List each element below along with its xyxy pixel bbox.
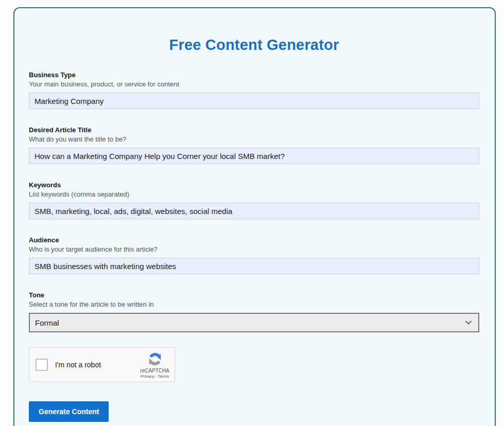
audience-label: Audience — [29, 236, 479, 244]
business-type-group: Business Type Your main business, produc… — [29, 71, 479, 109]
keywords-label: Keywords — [29, 181, 479, 189]
page-title: Free Content Generator — [29, 37, 479, 52]
generate-content-button[interactable]: Generate Content — [29, 401, 109, 422]
article-title-label: Desired Article Title — [29, 126, 479, 134]
audience-group: Audience Who is your target audience for… — [29, 236, 479, 274]
recaptcha-links: Privacy - Terms — [141, 375, 169, 379]
article-title-description: What do you want the title to be? — [29, 135, 479, 144]
recaptcha-brand-name: reCAPTCHA — [140, 368, 169, 374]
recaptcha-terms-link[interactable]: Terms — [158, 374, 169, 379]
article-title-input[interactable] — [29, 148, 479, 164]
article-title-group: Desired Article Title What do you want t… — [29, 126, 479, 164]
keywords-description: List keywords (comma separated) — [29, 190, 479, 199]
recaptcha-brand: reCAPTCHA Privacy - Terms — [140, 351, 169, 379]
recaptcha-logo-icon — [147, 351, 163, 367]
tone-selected-value: Formal — [35, 318, 59, 327]
tone-group: Tone Select a tone for the article to be… — [29, 291, 479, 332]
recaptcha-privacy-link[interactable]: Privacy — [141, 374, 154, 379]
recaptcha-checkbox-label: I'm not a robot — [55, 361, 140, 369]
recaptcha-widget: I'm not a robot reCAPTCHA Privacy - Term… — [29, 347, 175, 382]
business-type-label: Business Type — [29, 71, 479, 79]
recaptcha-checkbox[interactable] — [36, 359, 48, 371]
content-generator-card: Free Content Generator Business Type You… — [13, 7, 496, 426]
audience-description: Who is your target audience for this art… — [29, 245, 479, 254]
chevron-down-icon — [465, 319, 472, 326]
business-type-description: Your main business, product, or service … — [29, 80, 479, 88]
keywords-group: Keywords List keywords (comma separated) — [29, 181, 479, 219]
business-type-input[interactable] — [29, 93, 479, 109]
tone-description: Select a tone for the article to be writ… — [29, 300, 479, 309]
keywords-input[interactable] — [29, 203, 479, 219]
tone-select[interactable]: Formal — [29, 313, 479, 332]
audience-input[interactable] — [29, 258, 479, 274]
recaptcha-links-separator: - — [155, 374, 157, 379]
tone-label: Tone — [29, 291, 479, 299]
